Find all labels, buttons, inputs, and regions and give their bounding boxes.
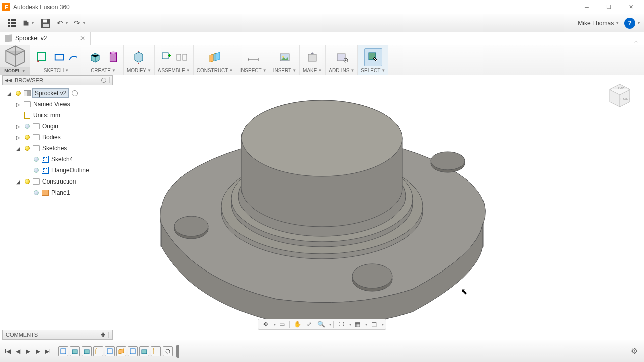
- visibility-icon[interactable]: [25, 124, 30, 129]
- lookat-button[interactable]: ▭: [277, 320, 288, 329]
- timeline-feature-hole[interactable]: [163, 346, 173, 356]
- select-button[interactable]: [364, 48, 382, 66]
- timeline-prev-button[interactable]: ◀: [13, 347, 22, 356]
- timeline-feature-plane[interactable]: [116, 346, 126, 356]
- new-component-button[interactable]: [160, 48, 173, 66]
- timeline-feature-extrude[interactable]: [70, 346, 80, 356]
- tab-close-icon[interactable]: ✕: [80, 35, 85, 42]
- undo-button[interactable]: ↶▼: [57, 17, 69, 29]
- ribbon-label-addins: ADD-INS: [329, 68, 349, 73]
- visibility-icon[interactable]: [34, 168, 39, 173]
- folder-icon: [33, 145, 40, 151]
- orbit-button[interactable]: ✥: [260, 320, 271, 329]
- close-button[interactable]: ✕: [620, 0, 642, 14]
- minimize-button[interactable]: ─: [576, 0, 598, 14]
- tree-origin[interactable]: ▷ Origin: [2, 121, 133, 132]
- tree-label: Units: mm: [32, 111, 61, 119]
- measure-button[interactable]: [244, 48, 262, 66]
- svg-point-15: [345, 59, 346, 61]
- visibility-icon[interactable]: [34, 190, 39, 195]
- data-panel-button[interactable]: [6, 17, 18, 29]
- tree-sketch4[interactable]: Sketch4: [2, 154, 133, 165]
- revolve-button[interactable]: [106, 48, 120, 66]
- timeline-start-button[interactable]: I◀: [3, 347, 12, 356]
- timeline-feature-sketch[interactable]: [128, 346, 138, 356]
- twist-icon[interactable]: ◢: [14, 144, 22, 152]
- create-sketch-button[interactable]: [33, 48, 51, 66]
- tree-construction[interactable]: ◢ Construction: [2, 176, 133, 187]
- browser-menu-icon[interactable]: [101, 78, 106, 83]
- timeline-play-controls: I◀ ◀ ▶ ▶ ▶I: [3, 347, 52, 356]
- visibility-icon[interactable]: [25, 146, 30, 151]
- timeline-play-button[interactable]: ▶: [23, 347, 32, 356]
- tree-root-label: Sprocket v2: [32, 88, 69, 98]
- document-tab[interactable]: Sprocket v2 ✕: [0, 32, 91, 45]
- press-pull-button[interactable]: [130, 48, 148, 66]
- twist-icon[interactable]: ▷: [14, 133, 22, 141]
- zoom-window-button[interactable]: 🔍: [315, 320, 327, 329]
- workspace-switcher[interactable]: MODEL▼: [0, 45, 30, 75]
- viewport-layout-button[interactable]: ◫: [368, 320, 379, 329]
- extrude-button[interactable]: [86, 48, 104, 66]
- zoom-button[interactable]: ⤢: [304, 320, 315, 329]
- construct-plane-button[interactable]: [206, 48, 224, 66]
- arc-button[interactable]: [67, 48, 79, 66]
- pan-button[interactable]: ✋: [292, 320, 303, 329]
- svg-rect-12: [308, 54, 316, 61]
- tree-bodies[interactable]: ▷ Bodies: [2, 132, 133, 143]
- svg-rect-7: [162, 53, 168, 59]
- comments-panel-header[interactable]: COMMENTS ✚: [2, 330, 113, 340]
- maximize-button[interactable]: ☐: [598, 0, 620, 14]
- joint-button[interactable]: [175, 48, 188, 66]
- rectangle-button[interactable]: [53, 48, 65, 66]
- add-comment-icon[interactable]: ✚: [101, 332, 105, 338]
- redo-button[interactable]: ↷▼: [74, 17, 86, 29]
- help-button[interactable]: ?: [624, 18, 635, 29]
- insert-button[interactable]: [276, 48, 294, 66]
- grid-settings-button[interactable]: ▦: [352, 320, 363, 329]
- activate-icon[interactable]: [72, 90, 78, 96]
- app-logo-icon: F: [2, 3, 10, 11]
- visibility-icon[interactable]: [25, 179, 30, 184]
- visibility-icon[interactable]: [16, 90, 21, 96]
- browser-title: BROWSER: [15, 77, 43, 83]
- tree-named-views[interactable]: ▷ Named Views: [2, 99, 133, 110]
- ribbon-label-sketch: SKETCH: [44, 68, 64, 73]
- timeline-end-button[interactable]: ▶I: [43, 347, 52, 356]
- browser-divider-icon: [109, 77, 110, 83]
- timeline-settings-button[interactable]: ⚙: [631, 346, 641, 356]
- timeline-feature-extrude[interactable]: [139, 346, 149, 356]
- twist-icon[interactable]: ▷: [14, 100, 22, 108]
- twist-icon[interactable]: ▷: [14, 122, 22, 130]
- browser-pin-icon[interactable]: ◀◀: [5, 78, 12, 83]
- browser-panel-header[interactable]: ◀◀ BROWSER: [2, 75, 113, 85]
- timeline-feature-sketch[interactable]: [58, 346, 68, 356]
- twist-icon[interactable]: ◢: [14, 177, 22, 186]
- timeline-feature-sketch[interactable]: [105, 346, 115, 356]
- save-button[interactable]: [40, 17, 52, 29]
- tree-label: Sketches: [41, 144, 68, 152]
- timeline-feature-fillet[interactable]: [93, 346, 103, 356]
- tree-root[interactable]: ◢ Sprocket v2: [2, 87, 133, 99]
- viewcube[interactable]: TOP FRONT: [604, 79, 636, 112]
- svg-point-4: [37, 60, 39, 62]
- tree-units[interactable]: Units: mm: [2, 110, 133, 121]
- svg-point-37: [166, 349, 170, 353]
- document-tab-label: Sprocket v2: [15, 35, 47, 42]
- display-settings-button[interactable]: 🖵: [336, 320, 347, 329]
- twist-icon[interactable]: ◢: [5, 89, 13, 97]
- visibility-icon[interactable]: [34, 157, 39, 162]
- user-menu[interactable]: Mike Thomas▼: [578, 20, 619, 27]
- timeline-next-button[interactable]: ▶: [33, 347, 42, 356]
- collapse-ribbon-button[interactable]: ︿: [629, 38, 644, 45]
- timeline-feature-extrude[interactable]: [82, 346, 92, 356]
- tree-sketches[interactable]: ◢ Sketches: [2, 143, 133, 154]
- visibility-icon[interactable]: [25, 135, 30, 140]
- addins-button[interactable]: [333, 48, 351, 66]
- tree-flange-outline[interactable]: FlangeOutline: [2, 165, 133, 176]
- make-button[interactable]: [303, 48, 321, 66]
- timeline-end-marker[interactable]: [176, 345, 179, 358]
- tree-plane1[interactable]: Plane1: [2, 187, 133, 198]
- timeline-feature-fillet[interactable]: [151, 346, 161, 356]
- file-menu-button[interactable]: ▼: [23, 17, 35, 29]
